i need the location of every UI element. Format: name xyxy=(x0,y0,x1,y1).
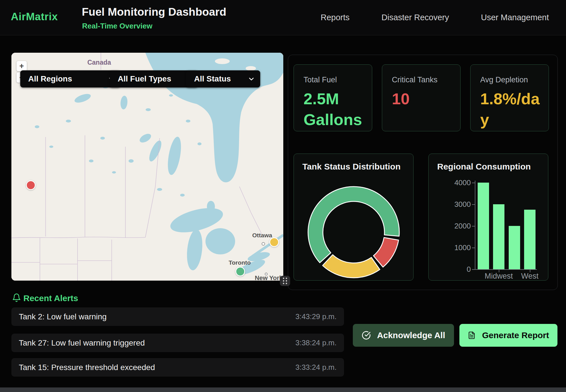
acknowledge-all-label: Acknowledge All xyxy=(377,330,445,340)
dashboard-root: AirMatrix Fuel Monitoring Dashboard Real… xyxy=(0,0,566,392)
generate-report-button[interactable]: Generate Report xyxy=(459,324,557,347)
stat-value: 10 xyxy=(392,89,452,109)
x-cat-label-west: West xyxy=(510,272,550,281)
app-header: AirMatrix Fuel Monitoring Dashboard Real… xyxy=(0,0,566,35)
map-label-canada: Canada xyxy=(87,59,111,66)
city-dot-ottawa xyxy=(262,242,265,245)
y-tick-mark xyxy=(472,269,475,270)
bar-1 xyxy=(478,183,489,269)
grip-dots-icon xyxy=(282,277,288,285)
filter-label: All Regions xyxy=(28,74,72,83)
y-tick-label: 4000 xyxy=(437,178,471,187)
page-subtitle: Real-Time Overview xyxy=(82,22,152,30)
stat-label: Total Fuel xyxy=(304,75,337,84)
y-tick-label: 2000 xyxy=(437,222,471,230)
filter-label: All Fuel Types xyxy=(118,74,171,83)
y-tick-mark xyxy=(472,183,475,183)
donut-segment-red xyxy=(373,238,398,267)
filter-all-status[interactable]: All Status xyxy=(186,70,260,87)
main-nav: ReportsDisaster RecoveryUser Management xyxy=(321,0,549,35)
y-tick-mark xyxy=(472,226,475,226)
check-circle-icon xyxy=(362,331,371,340)
alerts-title: Recent Alerts xyxy=(23,293,78,303)
bell-icon xyxy=(12,293,21,303)
y-axis xyxy=(475,181,475,270)
generate-report-label: Generate Report xyxy=(482,330,549,340)
stat-label: Critical Tanks xyxy=(392,75,437,84)
map-label-new-york: New York xyxy=(255,274,283,281)
alert-message: Tank 2: Low fuel warning xyxy=(19,312,107,321)
bar-4 xyxy=(524,210,536,269)
nav-item-reports[interactable]: Reports xyxy=(321,13,350,22)
page-title: Fuel Monitoring Dashboard xyxy=(82,6,226,18)
y-tick-label: 3000 xyxy=(437,200,471,209)
footer-bar xyxy=(0,387,566,392)
bar-3 xyxy=(509,226,520,269)
alert-message: Tank 15: Pressure threshold exceeded xyxy=(19,363,155,372)
y-tick-label: 0 xyxy=(437,265,471,274)
map-marker-2[interactable] xyxy=(269,237,279,247)
map-marker-1[interactable] xyxy=(26,180,36,190)
file-text-icon xyxy=(468,331,476,339)
stat-card-critical-tanks: Critical Tanks10 xyxy=(382,64,461,131)
stat-value: 1.8%/day xyxy=(480,89,540,130)
filter-all-fuel-types[interactable]: All Fuel Types xyxy=(110,70,198,87)
donut-segment-yellow xyxy=(323,255,380,278)
tank-status-card: Tank Status Distribution xyxy=(294,154,414,281)
regional-consumption-chart: 01000200030004000MidwestWest xyxy=(429,154,549,281)
x-axis xyxy=(475,269,537,270)
nav-item-disaster-recovery[interactable]: Disaster Recovery xyxy=(382,13,449,22)
tank-status-title: Tank Status Distribution xyxy=(302,162,400,172)
alert-row: Tank 15: Pressure threshold exceeded3:33… xyxy=(11,358,344,377)
y-tick-label: 1000 xyxy=(437,243,471,252)
stat-label: Avg Depletion xyxy=(480,75,528,84)
filter-all-regions[interactable]: All Regions xyxy=(20,70,120,87)
stat-value: 2.5M Gallons xyxy=(304,89,363,130)
alert-row: Tank 27: Low fuel warning triggered3:38:… xyxy=(11,334,344,352)
map-zoom-in-button[interactable]: + xyxy=(17,61,27,71)
map-panel[interactable]: Canada Ottawa Toronto New York + − All R… xyxy=(11,53,283,281)
y-tick-mark xyxy=(472,204,475,205)
bar-2 xyxy=(493,204,504,269)
acknowledge-all-button[interactable]: Acknowledge All xyxy=(353,324,454,347)
alert-row: Tank 2: Low fuel warning3:43:29 p.m. xyxy=(11,307,344,326)
alert-time: 3:33:24 p.m. xyxy=(295,363,337,372)
brand-logo: AirMatrix xyxy=(11,11,58,23)
map-resize-handle[interactable] xyxy=(280,276,290,286)
map-label-toronto: Toronto xyxy=(229,259,251,266)
nav-item-user-management[interactable]: User Management xyxy=(481,13,549,22)
stat-card-total-fuel: Total Fuel2.5M Gallons xyxy=(294,64,372,131)
regional-consumption-card: Regional Consumption 01000200030004000Mi… xyxy=(428,154,548,281)
filter-label: All Status xyxy=(194,74,231,83)
map-marker-3[interactable] xyxy=(235,267,245,276)
chevron-down-icon xyxy=(249,77,254,81)
island xyxy=(246,66,256,71)
tank-status-donut xyxy=(305,184,402,281)
island xyxy=(215,58,230,64)
map-label-ottawa: Ottawa xyxy=(252,232,272,238)
stat-card-avg-depletion: Avg Depletion1.8%/day xyxy=(470,64,549,131)
alert-time: 3:38:24 p.m. xyxy=(295,338,337,347)
y-tick-mark xyxy=(472,248,475,248)
alert-message: Tank 27: Low fuel warning triggered xyxy=(19,338,145,348)
alert-time: 3:43:29 p.m. xyxy=(295,312,337,321)
